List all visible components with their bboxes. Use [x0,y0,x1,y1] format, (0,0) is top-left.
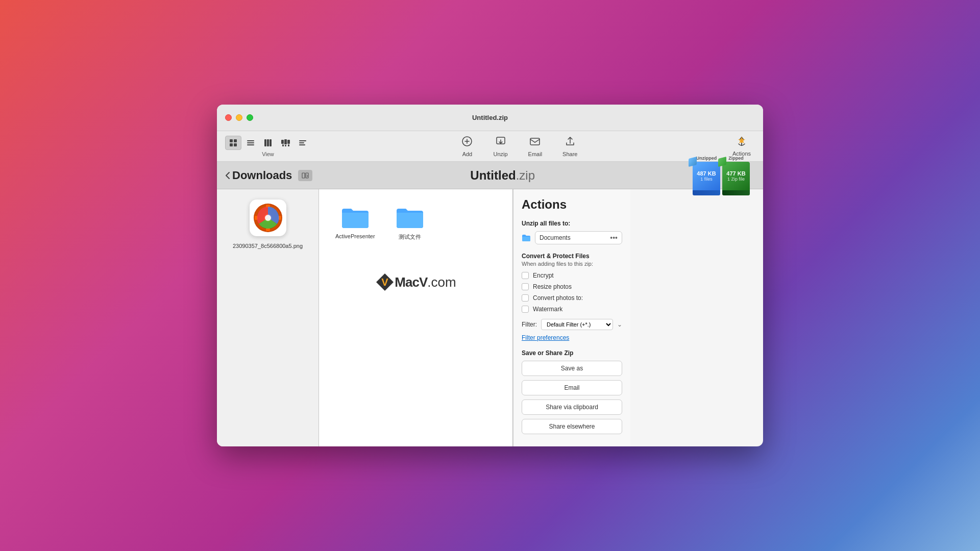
close-button[interactable] [225,114,232,121]
expand-panel-button[interactable] [298,170,312,181]
actions-panel: Actions Unzip all files to: Documents ••… [513,189,630,446]
share-elsewhere-button[interactable]: Share elsewhere [522,419,622,434]
encrypt-label: Encrypt [533,272,554,279]
watermark-row: Watermark [522,306,622,313]
svg-rect-6 [247,144,254,145]
share-icon [565,136,576,149]
zipped-size: 477 KB [726,170,745,177]
macv-com: .com [427,274,456,290]
zip-folder-item[interactable]: ActivePresenter [331,202,379,245]
source-panel: 23090357_8c566800a5.png [217,189,319,446]
share-clipboard-button[interactable]: Share via clipboard [522,399,622,415]
svg-point-36 [265,215,271,221]
svg-rect-5 [247,142,254,143]
unzip-destination[interactable]: Documents ••• [535,231,622,244]
list-view-button[interactable] [242,136,259,150]
actions-icon [736,136,747,149]
email-icon [529,136,541,149]
email-label: Email [528,151,543,157]
svg-rect-16 [299,140,306,141]
svg-rect-2 [230,143,233,146]
titlebar: Untitled.zip [217,105,763,131]
zip-contents-panel: ActivePresenter 测试文件 V [319,189,512,446]
svg-text:V: V [382,277,389,288]
actions-panel-title: Actions [522,197,622,212]
svg-rect-0 [230,139,233,142]
resize-checkbox[interactable] [522,283,529,290]
traffic-lights [225,114,253,121]
convert-label: Convert photos to: [533,294,583,302]
filter-chevron[interactable]: ⌄ [617,321,622,328]
unzip-button[interactable]: Unzip [489,134,511,159]
column-view-button[interactable] [260,136,276,150]
zip-filename: Untitled.zip [470,168,535,183]
folder-small-icon [522,234,531,242]
watermark-checkbox[interactable] [522,306,529,313]
unzipped-label: Unzipped [696,156,717,161]
folder2-label: 测试文件 [399,233,421,241]
svg-rect-14 [285,145,286,146]
toolbar-center: Add Unzip [311,134,728,159]
unzip-icon [495,136,506,149]
email-button[interactable]: Email [524,134,547,159]
svg-rect-3 [234,143,237,146]
macv-text: MacV [395,274,427,290]
svg-rect-13 [282,144,284,146]
email-action-button[interactable]: Email [522,380,622,395]
add-icon [461,136,473,149]
convert-row: Convert photos to: [522,294,622,302]
svg-rect-9 [270,139,272,146]
view-label: View [262,151,274,157]
svg-rect-17 [299,142,304,143]
watermark-label: Watermark [533,306,562,313]
svg-rect-18 [299,144,305,145]
source-file-name: 23090357_8c566800a5.png [233,242,303,250]
svg-rect-15 [288,144,289,146]
svg-rect-10 [281,140,284,144]
grid-view-button[interactable] [225,136,241,150]
minimize-button[interactable] [236,114,242,121]
share-button[interactable]: Share [558,134,581,159]
convert-checkbox[interactable] [522,294,529,302]
ellipsis-button[interactable]: ••• [610,234,618,242]
coverflow-view-button[interactable] [295,136,311,150]
svg-rect-24 [530,138,540,145]
save-as-button[interactable]: Save as [522,361,622,376]
folder-icon [396,206,424,229]
svg-rect-11 [284,139,287,144]
gallery-view-button[interactable] [277,136,293,150]
zipped-files: 1 Zip file [727,177,745,182]
add-button[interactable]: Add [457,134,477,159]
back-button[interactable]: Downloads [225,169,292,182]
main-content: 23090357_8c566800a5.png ActivePresenter [217,189,763,446]
filter-preferences-link[interactable]: Filter preferences [522,334,622,341]
navbar: Downloads Untitled.zip Unzipped 487 KB 1… [217,162,763,189]
resize-label: Resize photos [533,283,572,290]
add-label: Add [462,151,473,157]
svg-rect-8 [267,139,269,146]
zipped-label: Zipped [728,156,744,161]
svg-rect-1 [234,139,237,142]
window-title: Untitled.zip [472,114,508,121]
share-label: Share [562,151,577,157]
toolbar: View Add [217,131,763,162]
svg-rect-7 [264,139,266,146]
unzip-section-label: Unzip all files to: [522,220,622,227]
filter-row: Filter: Default Filter (+*.) ⌄ [522,319,622,330]
svg-rect-27 [302,173,305,178]
maximize-button[interactable] [247,114,253,121]
unzipped-size: 487 KB [697,170,716,177]
filter-select[interactable]: Default Filter (+*.) [541,319,613,330]
svg-rect-12 [287,140,290,144]
macv-logo: V MacV .com [331,272,500,292]
zip-folder-item[interactable]: 测试文件 [391,202,428,245]
filter-label: Filter: [522,321,537,328]
view-group: View [225,136,311,157]
encrypt-checkbox[interactable] [522,272,529,279]
save-share-title: Save or Share Zip [522,349,622,357]
unzip-label: Unzip [493,151,507,157]
unzip-row: Documents ••• [522,231,622,244]
app-window: Untitled.zip [217,105,763,446]
folder1-label: ActivePresenter [335,233,375,239]
folder-icon [341,206,370,229]
